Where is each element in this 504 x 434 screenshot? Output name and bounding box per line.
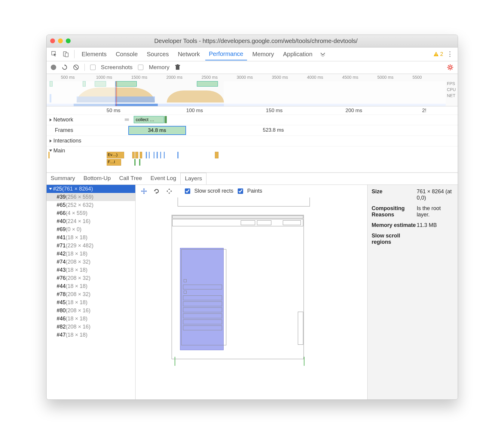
tab-elements[interactable]: Elements [78,48,110,60]
window-title: Developer Tools - https://developers.goo… [76,38,454,44]
tab-application[interactable]: Application [279,48,316,60]
garbage-button[interactable] [175,64,180,70]
svg-line-6 [74,66,78,69]
devtools-window: Developer Tools - https://developers.goo… [46,35,458,400]
tab-sources[interactable]: Sources [143,48,172,60]
layer-tree[interactable]: #25(761 × 8264)#39(256 × 559)#65(252 × 6… [47,185,136,399]
main-tabbar: Elements Console Sources Network Perform… [47,47,458,61]
paints-label: Paints [247,188,262,194]
svg-rect-7 [176,66,179,70]
detail-size-value: 761 × 8264 (at 0,0) [417,188,454,201]
layer-canvas-toolbar: Slow scroll rects Paints [136,185,367,197]
layer-detail-pane: Size 761 × 8264 (at 0,0) Compositing Rea… [368,185,458,399]
overview-labels: FPS CPU NET [447,81,456,98]
ptab-event-log[interactable]: Event Log [146,173,181,185]
svg-line-16 [451,69,452,69]
layer-tree-item[interactable]: #69(0 × 0) [47,225,135,234]
chevron-right-icon[interactable] [50,118,52,121]
overview-pane[interactable]: 500 ms 1000 ms 1500 ms 2000 ms 2500 ms 3… [47,74,458,106]
network-task[interactable]: collect … [134,116,164,123]
detail-memory-value: 11.3 MB [417,222,454,228]
reload-button[interactable] [62,64,68,70]
tab-network[interactable]: Network [174,48,203,60]
svg-rect-4 [436,55,436,56]
paints-checkbox[interactable] [238,188,243,194]
pan-icon[interactable] [140,187,148,195]
layer-tree-item[interactable]: #71(229 × 482) [47,242,135,250]
layer-tree-item[interactable]: #39(256 × 559) [47,193,135,201]
track-ruler: 50 ms 100 ms 150 ms 200 ms 2! [47,106,458,115]
perf-toolbar: Screenshots Memory [47,61,458,74]
screenshots-checkbox[interactable] [90,65,96,70]
layer-tree-item[interactable]: #46(18 × 18) [47,315,135,323]
flame-event[interactable]: Ev…) [107,152,124,158]
overview-ruler: 500 ms 1000 ms 1500 ms 2000 ms 2500 ms 3… [47,74,458,81]
svg-rect-8 [175,65,180,66]
detail-size-key: Size [372,188,417,201]
svg-rect-9 [177,64,179,65]
layer-tree-item[interactable]: #47(18 × 18) [47,331,135,339]
track-main[interactable]: Main Ev…) F…l [47,146,458,173]
layer-tree-item[interactable]: #25(761 × 8264) [47,185,135,193]
warning-badge[interactable]: 2 [433,51,443,57]
track-frames[interactable]: Frames 34.8 ms 523.8 ms [47,125,458,136]
svg-point-10 [449,66,451,69]
detail-slow-key: Slow scroll regions [372,233,417,245]
svg-rect-3 [436,53,436,55]
clear-button[interactable] [73,64,79,70]
close-icon[interactable] [50,38,55,43]
layer-canvas[interactable] [136,197,367,399]
tab-performance[interactable]: Performance [205,48,247,60]
layers-pane: #25(761 × 8264)#39(256 × 559)#65(252 × 6… [47,185,458,399]
chevron-down-icon[interactable] [49,150,52,152]
chevron-right-icon[interactable] [50,139,52,142]
detail-slow-value [417,233,454,245]
zoom-icon[interactable] [66,38,71,43]
reset-view-icon[interactable] [165,187,173,195]
layer-tree-item[interactable]: #76(208 × 32) [47,274,135,282]
window-controls [50,38,71,43]
tab-memory[interactable]: Memory [249,48,278,60]
track-network[interactable]: Network collect … [47,115,458,125]
overview-chart [47,81,446,106]
memory-checkbox[interactable] [138,65,143,70]
layer-tree-item[interactable]: #43(18 × 18) [47,266,135,274]
layer-tree-item[interactable]: #80(208 × 16) [47,307,135,315]
detail-compositing-key: Compositing Reasons [372,205,417,218]
settings-gear-icon[interactable] [447,64,454,71]
layer-tree-item[interactable]: #41(18 × 18) [47,234,135,242]
layer-tree-item[interactable]: #66(4 × 559) [47,209,135,217]
layer-tree-item[interactable]: #65(252 × 632) [47,201,135,209]
track-interactions[interactable]: Interactions [47,136,458,146]
layer-tree-item[interactable]: #42(18 × 18) [47,250,135,258]
layer-tree-item[interactable]: #78(208 × 32) [47,290,135,298]
layer-canvas-pane: Slow scroll rects Paints [136,185,368,399]
slow-scroll-checkbox[interactable] [185,188,190,194]
minimize-icon[interactable] [58,38,63,43]
ptab-layers[interactable]: Layers [180,173,206,185]
flame-event[interactable]: F…l [107,159,121,166]
inspect-icon[interactable] [50,51,59,57]
layer-tree-item[interactable]: #82(208 × 16) [47,323,135,331]
svg-line-18 [451,65,452,66]
layer-tree-item[interactable]: #45(18 × 18) [47,298,135,307]
tab-console[interactable]: Console [112,48,141,60]
layer-tree-item[interactable]: #74(208 × 32) [47,258,135,266]
ptab-summary[interactable]: Summary [47,173,79,185]
panel-tabs: Summary Bottom-Up Call Tree Event Log La… [47,173,458,185]
ptab-bottom-up[interactable]: Bottom-Up [79,173,115,185]
detail-compositing-value: Is the root layer. [417,205,454,218]
detail-memory-key: Memory estimate [372,222,417,228]
layer-tree-item[interactable]: #40(224 × 16) [47,217,135,225]
frame-selected[interactable]: 34.8 ms [128,126,186,135]
rotate-icon[interactable] [152,187,161,195]
separator [74,50,75,58]
device-toggle-icon[interactable] [61,51,71,57]
more-icon[interactable]: ⋮ [445,50,455,58]
svg-rect-2 [65,53,68,57]
tracks-pane[interactable]: 50 ms 100 ms 150 ms 200 ms 2! Network co… [47,106,458,173]
layer-tree-item[interactable]: #44(18 × 18) [47,282,135,290]
record-button[interactable] [51,65,56,70]
overflow-icon[interactable] [318,51,328,57]
ptab-call-tree[interactable]: Call Tree [115,173,146,185]
